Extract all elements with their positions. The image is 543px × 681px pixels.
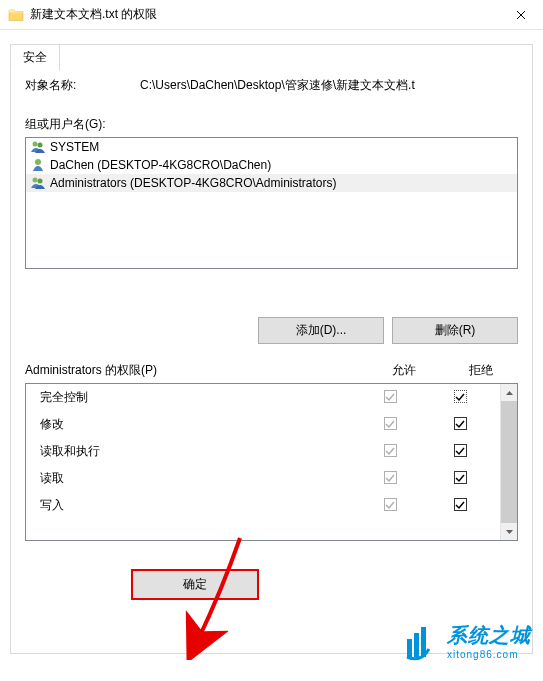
permission-name: 修改 xyxy=(40,416,350,433)
check-icon xyxy=(455,419,465,429)
user-item-label: Administrators (DESKTOP-4KG8CRO\Administ… xyxy=(50,176,337,190)
allow-checkbox[interactable] xyxy=(350,444,430,459)
object-name-path: C:\Users\DaChen\Desktop\管家速修\新建文本文档.t xyxy=(140,77,518,94)
svg-rect-6 xyxy=(414,633,419,657)
permissions-table: 完全控制 修改 读取和执行 读取 xyxy=(25,383,518,541)
tab-panel: 安全 对象名称: C:\Users\DaChen\Desktop\管家速修\新建… xyxy=(10,44,533,654)
svg-point-2 xyxy=(35,159,41,165)
permissions-header-label: Administrators 的权限(P) xyxy=(25,362,364,379)
object-name-row: 对象名称: C:\Users\DaChen\Desktop\管家速修\新建文本文… xyxy=(25,77,518,94)
deny-checkbox[interactable] xyxy=(430,417,490,432)
permission-name: 写入 xyxy=(40,497,350,514)
remove-button[interactable]: 删除(R) xyxy=(392,317,518,344)
object-name-label: 对象名称: xyxy=(25,77,140,94)
svg-point-4 xyxy=(38,179,43,184)
deny-checkbox[interactable] xyxy=(430,498,490,513)
svg-point-0 xyxy=(33,142,38,147)
user-item[interactable]: DaChen (DESKTOP-4KG8CRO\DaChen) xyxy=(26,156,517,174)
scroll-down-arrow-icon[interactable] xyxy=(501,523,517,540)
check-icon xyxy=(385,419,395,429)
user-item-label: DaChen (DESKTOP-4KG8CRO\DaChen) xyxy=(50,158,271,172)
ok-button[interactable]: 确定 xyxy=(131,569,259,600)
window-titlebar: 新建文本文档.txt 的权限 xyxy=(0,0,543,30)
close-button[interactable] xyxy=(498,0,543,30)
check-icon xyxy=(385,392,395,402)
deny-checkbox[interactable] xyxy=(430,471,490,486)
watermark-en: xitong86.com xyxy=(447,649,531,660)
deny-column-header: 拒绝 xyxy=(444,362,518,379)
allow-checkbox[interactable] xyxy=(350,417,430,432)
folder-icon xyxy=(8,7,24,23)
check-icon xyxy=(385,446,395,456)
check-icon xyxy=(455,500,465,510)
user-item[interactable]: SYSTEM xyxy=(26,138,517,156)
permission-name: 读取和执行 xyxy=(40,443,350,460)
scrollbar[interactable] xyxy=(500,384,517,540)
permission-name: 读取 xyxy=(40,470,350,487)
check-icon xyxy=(455,473,465,483)
permission-row: 读取和执行 xyxy=(26,438,500,465)
check-icon xyxy=(385,500,395,510)
permission-row: 修改 xyxy=(26,411,500,438)
check-icon xyxy=(455,446,465,456)
svg-point-3 xyxy=(33,178,38,183)
dialog-content: 安全 对象名称: C:\Users\DaChen\Desktop\管家速修\新建… xyxy=(0,30,543,681)
svg-rect-5 xyxy=(407,639,412,657)
check-icon xyxy=(455,392,465,402)
add-button[interactable]: 添加(D)... xyxy=(258,317,384,344)
scroll-up-arrow-icon[interactable] xyxy=(501,384,517,401)
groups-label: 组或用户名(G): xyxy=(25,116,518,133)
scroll-thumb[interactable] xyxy=(501,401,517,523)
window-title: 新建文本文档.txt 的权限 xyxy=(30,6,498,23)
permission-name: 完全控制 xyxy=(40,389,350,406)
user-item-label: SYSTEM xyxy=(50,140,99,154)
check-icon xyxy=(385,473,395,483)
watermark-cn: 系统之城 xyxy=(447,622,531,649)
dialog-buttons: 确定 xyxy=(25,569,518,600)
allow-checkbox[interactable] xyxy=(350,498,430,513)
permission-row: 完全控制 xyxy=(26,384,500,411)
add-remove-row: 添加(D)... 删除(R) xyxy=(25,317,518,344)
allow-column-header: 允许 xyxy=(364,362,444,379)
deny-checkbox[interactable] xyxy=(430,390,490,405)
watermark: 系统之城 xitong86.com xyxy=(401,621,531,661)
allow-checkbox[interactable] xyxy=(350,390,430,405)
deny-checkbox[interactable] xyxy=(430,444,490,459)
group-icon xyxy=(30,175,46,191)
close-icon xyxy=(516,10,526,20)
group-icon xyxy=(30,139,46,155)
svg-point-1 xyxy=(38,143,43,148)
permission-row: 写入 xyxy=(26,492,500,519)
user-item[interactable]: Administrators (DESKTOP-4KG8CRO\Administ… xyxy=(26,174,517,192)
allow-checkbox[interactable] xyxy=(350,471,430,486)
tab-security[interactable]: 安全 xyxy=(10,44,60,71)
user-icon xyxy=(30,157,46,173)
permission-row: 读取 xyxy=(26,465,500,492)
users-listbox[interactable]: SYSTEM DaChen (DESKTOP-4KG8CRO\DaChen) A… xyxy=(25,137,518,269)
watermark-logo-icon xyxy=(401,621,441,661)
permissions-header: Administrators 的权限(P) 允许 拒绝 xyxy=(25,362,518,379)
